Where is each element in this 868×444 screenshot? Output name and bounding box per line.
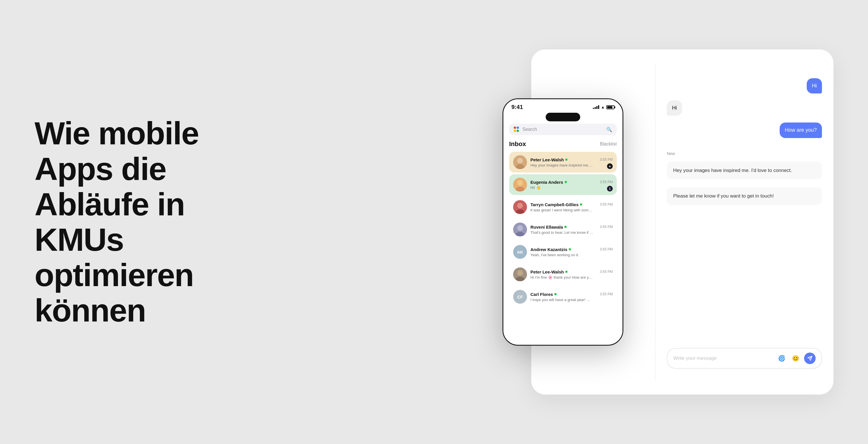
unread-badge: ● [607,163,613,169]
chat-message-2: Please let me know if you want to get in… [667,187,822,205]
status-bar: 9:41 ▲ [503,99,622,113]
avatar [513,178,527,192]
headline-line2: Abläufe in KMUs [34,186,184,258]
sender-name: Peter Lee-Walsh [530,269,567,274]
svg-point-11 [517,225,523,231]
headline-line3: optimieren können [34,257,194,329]
app-content: Search 🔍 Inbox Blacklist [503,124,622,340]
sender-name: Ruveni Ellawala [530,225,567,230]
message-input[interactable]: Write your message [673,355,772,361]
message-item[interactable]: Ruveni Ellawala 3:55 PM That's good to h… [509,219,617,240]
message-input-bar[interactable]: Write your message 🌀 😊 [667,348,822,369]
avatar [513,223,527,236]
input-actions: 🌀 😊 [776,352,816,364]
logo-dot-red [514,127,516,129]
sender-name: Tarryn Campbell-Gillies [530,202,582,207]
message-info: Andrew Kazantzis 3:55 PM Yeah, I've been… [530,247,613,257]
message-info: Eugenia Anders 3:55 PM Hi! 👋 [530,180,613,190]
avatar: AK [513,245,527,259]
search-icon: 🔍 [607,127,612,132]
send-button[interactable] [804,352,816,364]
logo-dot-blue [517,127,519,129]
dynamic-island [546,113,580,122]
avatar [513,155,527,169]
battery-icon [607,105,615,109]
blacklist-link[interactable]: Blacklist [600,141,617,147]
sender-name: Andrew Kazantzis [530,247,571,252]
message-info: Peter Lee-Walsh 3:55 PM Hey your images … [530,157,613,167]
message-time: 3:55 PM [600,270,613,274]
avatar [513,200,527,214]
online-indicator [564,226,567,228]
message-time: 3:55 PM [600,247,613,251]
message-time: 3:55 PM [600,180,613,184]
message-preview: I hope you will have a great year! 🌟✨ [530,298,594,302]
logo-dot-green [517,130,519,132]
unread-badge: 1 [607,186,613,192]
svg-point-5 [517,180,523,186]
sender-name: Eugenia Anders [530,180,567,184]
left-section: Wie mobile Apps die Abläufe in KMUs opti… [34,115,236,328]
message-item[interactable]: Peter Lee-Walsh 3:55 PM Hey your images … [509,152,617,173]
avatar [513,267,527,281]
sender-name: Carl Flores [530,292,557,297]
message-item[interactable]: CF Carl Flores 3:55 PM I hope you will h… [509,286,617,307]
chat-bubble-hi-sent: Hi [807,78,822,94]
svg-point-8 [517,203,523,208]
main-headline: Wie mobile Apps die Abläufe in KMUs opti… [34,115,236,328]
online-indicator [565,181,567,183]
inbox-title: Inbox [509,140,526,148]
logo-dot-yellow [514,130,516,132]
online-indicator [569,248,571,250]
chat-messages: Hi Hi How are you? New Hey your images h… [667,78,822,348]
inbox-header: Inbox Blacklist [509,140,617,148]
message-preview: Hey your images have inspired me. I'd lo… [530,163,594,167]
message-info: Carl Flores 3:55 PM I hope you will have… [530,292,613,302]
message-time: 3:55 PM [600,225,613,229]
message-info: Ruveni Ellawala 3:55 PM That's good to h… [530,225,613,235]
search-bar[interactable]: Search 🔍 [509,124,617,135]
chat-panel: Hi Hi How are you? New Hey your images h… [655,64,834,380]
message-time: 3:55 PM [600,292,613,296]
message-preview: It was great! I went hiking with some fr… [530,208,594,212]
online-indicator [565,159,567,161]
sender-name: Peter Lee-Walsh [530,157,567,162]
svg-point-14 [517,270,523,276]
chat-bubble-how: How are you? [780,123,822,138]
message-preview: Hi! 👋 [530,185,594,190]
signal-icon [593,105,599,109]
attachment-icon[interactable]: 🌀 [776,353,787,364]
status-time: 9:41 [512,104,523,110]
search-input[interactable]: Search [522,127,603,132]
right-section: 9:41 ▲ [502,38,834,406]
message-item[interactable]: Tarryn Campbell-Gillies 3:55 PM It was g… [509,197,617,217]
message-item[interactable]: Eugenia Anders 3:55 PM Hi! 👋 1 [509,174,617,195]
online-indicator [565,271,567,273]
svg-point-1 [517,158,523,164]
emoji-icon[interactable]: 😊 [790,353,801,364]
message-preview: Hi I'm fine 🌸 thank you! How are you doi… [530,275,594,279]
message-info: Peter Lee-Walsh 3:55 PM Hi I'm fine 🌸 th… [530,269,613,279]
online-indicator [580,203,582,206]
headline-line1: Wie mobile Apps die [34,115,198,186]
app-logo [514,127,520,132]
status-icons: ▲ [593,105,615,109]
wifi-icon: ▲ [601,105,604,109]
chat-message-1: Hey your images have inspired me. I'd lo… [667,162,822,179]
message-item[interactable]: Peter Lee-Walsh 3:55 PM Hi I'm fine 🌸 th… [509,264,617,285]
message-list: Peter Lee-Walsh 3:55 PM Hey your images … [509,152,617,307]
message-info: Tarryn Campbell-Gillies 3:55 PM It was g… [530,202,613,212]
message-preview: That's good to hear. Let me know if you … [530,230,594,235]
phone-frame: 9:41 ▲ [502,98,623,346]
message-time: 3:55 PM [600,202,613,206]
avatar: CF [513,290,527,304]
message-time: 3:55 PM [600,158,613,162]
chat-bubble-hi-received: Hi [667,100,682,115]
message-preview: Yeah, I've been working on it. [530,253,594,257]
phone-wrapper: 9:41 ▲ [502,98,623,346]
online-indicator [554,293,557,295]
new-messages-label: New [667,151,822,156]
message-item[interactable]: AK Andrew Kazantzis 3:55 PM Yeah, I've b… [509,242,617,262]
